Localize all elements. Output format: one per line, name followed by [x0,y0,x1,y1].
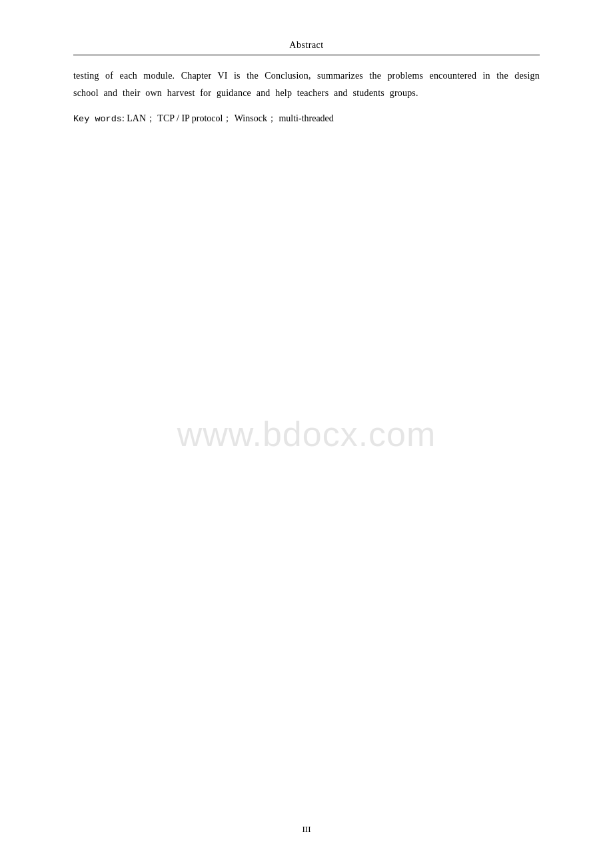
body-paragraph: testing of each module. Chapter VI is th… [73,67,540,102]
header-title: Abstract [289,40,323,51]
document-page: Abstract testing of each module. Chapter… [0,0,613,868]
keywords-line: Key words: LAN； TCP / IP protocol； Winso… [73,110,540,128]
page-header: Abstract [73,40,540,55]
header-divider [73,55,540,55]
page-footer: III [0,823,613,835]
watermark: www.bdocx.com [177,414,436,454]
keywords-content: : LAN； TCP / IP protocol； Winsock； multi… [122,113,334,123]
keywords-label: Key words [73,114,122,124]
page-number: III [303,824,311,834]
